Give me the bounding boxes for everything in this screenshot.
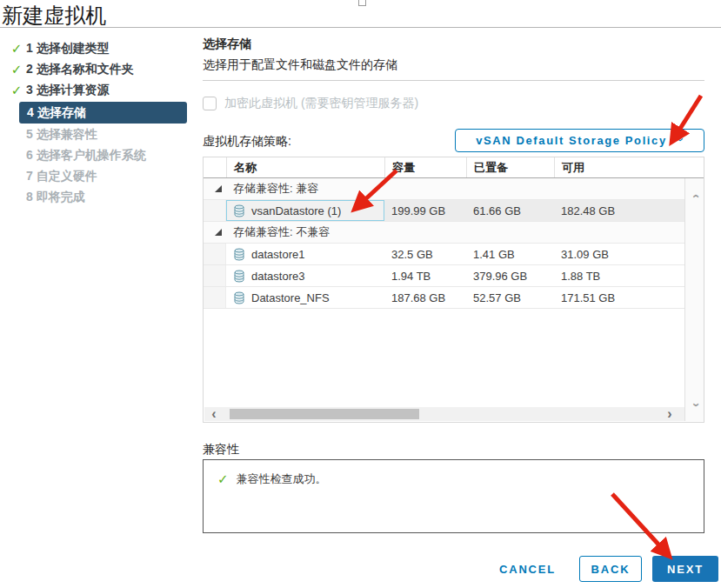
free-cell: 1.88 TB	[554, 265, 684, 286]
group-expand-cell[interactable]	[204, 178, 226, 199]
scroll-up-icon[interactable]: ›	[687, 187, 702, 205]
compatibility-result-box: ✓ 兼容性检查成功。	[203, 459, 704, 533]
wizard-title: 新建虚拟机	[2, 2, 106, 30]
storage-group-row[interactable]: 存储兼容性: 不兼容	[204, 222, 684, 244]
datastore-row[interactable]: vsanDatastore (1)199.99 GB61.66 GB182.48…	[204, 200, 684, 222]
datastore-name: datastore3	[251, 270, 304, 283]
storage-group-row[interactable]: 存储兼容性: 兼容	[204, 178, 684, 200]
storage-table-body: 存储兼容性: 兼容vsanDatastore (1)199.99 GB61.66…	[204, 178, 684, 407]
datastore-icon	[233, 291, 245, 304]
column-header-free[interactable]: 可用	[554, 157, 686, 177]
vertical-scrollbar[interactable]: › ‹	[684, 178, 704, 421]
storage-policy-dropdown[interactable]: vSAN Default Storage Policy ›	[455, 129, 704, 152]
encrypt-vm-option: 加密此虚拟机 (需要密钥管理服务器)	[203, 96, 418, 111]
datastore-icon	[233, 248, 245, 261]
datastore-name: Datastore_NFS	[251, 291, 330, 304]
step-select-guest-os: ✓ 6 选择客户机操作系统	[0, 145, 203, 166]
scroll-down-icon[interactable]: ‹	[687, 396, 702, 414]
window-control-fragment	[358, 0, 366, 6]
step-select-compatibility: ✓ 5 选择兼容性	[0, 124, 203, 145]
free-cell: 182.48 GB	[554, 200, 684, 221]
compatibility-section-label: 兼容性	[203, 442, 239, 458]
datastore-name-cell[interactable]: Datastore_NFS	[226, 287, 384, 308]
pane-heading: 选择存储	[203, 37, 704, 52]
step-select-name-folder[interactable]: ✓ 2 选择名称和文件夹	[0, 59, 203, 80]
step-select-compute-resource[interactable]: ✓ 3 选择计算资源	[0, 80, 203, 101]
group-label: 存储兼容性: 不兼容	[226, 222, 684, 243]
step-ready-to-complete: ✓ 8 即将完成	[0, 187, 203, 208]
capacity-cell: 1.94 TB	[384, 265, 466, 286]
storage-policy-value: vSAN Default Storage Policy	[476, 134, 666, 147]
datastore-name: vsanDatastore (1)	[251, 204, 341, 217]
success-check-icon: ✓	[217, 471, 229, 487]
datastore-name-cell[interactable]: datastore3	[226, 265, 384, 286]
provisioned-cell: 61.66 GB	[466, 200, 554, 221]
scroll-right-icon[interactable]: ›	[660, 407, 679, 421]
column-header-name[interactable]: 名称	[226, 157, 384, 177]
datastore-table: 名称 容量 已置备 可用 存储兼容性: 兼容vsanDatastore (1)1…	[203, 157, 704, 423]
step-label: 8 即将完成	[26, 190, 85, 205]
chevron-down-icon: ›	[675, 137, 688, 142]
capacity-cell: 199.99 GB	[384, 200, 466, 221]
step-select-creation-type[interactable]: ✓ 1 选择创建类型	[0, 38, 203, 59]
arrow-to-policy-dropdown	[678, 96, 701, 131]
step-label: 6 选择客户机操作系统	[26, 148, 146, 164]
step-label: 4 选择存储	[27, 105, 86, 121]
wizard-footer: CANCEL BACK NEXT	[491, 556, 718, 582]
next-button[interactable]: NEXT	[652, 556, 718, 582]
back-button[interactable]: BACK	[579, 556, 642, 582]
title-divider	[0, 27, 721, 28]
free-cell: 31.09 GB	[554, 244, 684, 264]
check-icon: ✓	[7, 41, 26, 57]
expanded-triangle-icon	[215, 229, 222, 236]
select-storage-pane: 选择存储 选择用于配置文件和磁盘文件的存储 加密此虚拟机 (需要密钥管理服务器)…	[203, 37, 704, 52]
capacity-cell: 32.5 GB	[384, 244, 466, 264]
check-icon: ✓	[7, 62, 26, 77]
group-label: 存储兼容性: 兼容	[226, 178, 684, 199]
capacity-cell: 187.68 GB	[384, 287, 466, 308]
row-selector-cell[interactable]	[204, 244, 226, 264]
scroll-left-icon[interactable]: ‹	[204, 407, 224, 421]
step-select-storage[interactable]: 4 选择存储	[19, 102, 187, 124]
datastore-name-cell[interactable]: datastore1	[226, 244, 384, 264]
step-label: 7 自定义硬件	[26, 169, 97, 184]
datastore-name: datastore1	[251, 248, 304, 261]
column-header-capacity[interactable]: 容量	[384, 157, 466, 177]
table-header-row: 名称 容量 已置备 可用	[204, 157, 704, 178]
datastore-icon	[233, 204, 245, 217]
cancel-button[interactable]: CANCEL	[491, 556, 564, 582]
compatibility-message: 兼容性检查成功。	[237, 471, 327, 487]
step-customize-hardware: ✓ 7 自定义硬件	[0, 166, 203, 187]
free-cell: 171.51 GB	[554, 287, 684, 308]
horizontal-scroll-thumb[interactable]	[230, 409, 419, 419]
column-header-provisioned[interactable]: 已置备	[466, 157, 554, 177]
row-selector-cell[interactable]	[204, 287, 226, 308]
step-label: 2 选择名称和文件夹	[26, 62, 134, 77]
check-icon: ✓	[7, 83, 26, 98]
step-label: 5 选择兼容性	[26, 127, 97, 143]
step-label: 1 选择创建类型	[26, 41, 110, 57]
row-selector-cell[interactable]	[204, 265, 226, 286]
datastore-row[interactable]: datastore31.94 TB379.96 GB1.88 TB	[204, 265, 684, 287]
wizard-steps: ✓ 1 选择创建类型 ✓ 2 选择名称和文件夹 ✓ 3 选择计算资源 4 选择存…	[0, 38, 203, 208]
group-expand-cell[interactable]	[204, 222, 226, 243]
encrypt-vm-label: 加密此虚拟机 (需要密钥管理服务器)	[224, 96, 418, 111]
datastore-row[interactable]: datastore132.5 GB1.41 GB31.09 GB	[204, 244, 684, 265]
provisioned-cell: 379.96 GB	[466, 265, 554, 286]
provisioned-cell: 1.41 GB	[466, 244, 554, 264]
datastore-name-cell[interactable]: vsanDatastore (1)	[226, 200, 384, 221]
encrypt-vm-checkbox[interactable]	[203, 97, 217, 110]
step-label: 3 选择计算资源	[26, 83, 110, 98]
storage-policy-label: 虚拟机存储策略:	[203, 134, 291, 150]
horizontal-scrollbar[interactable]: ‹ ›	[204, 407, 684, 421]
datastore-row[interactable]: Datastore_NFS187.68 GB52.57 GB171.51 GB	[204, 287, 684, 309]
row-selector-cell[interactable]	[204, 200, 226, 221]
pane-divider	[203, 80, 704, 81]
expanded-triangle-icon	[215, 185, 222, 192]
provisioned-cell: 52.57 GB	[466, 287, 554, 308]
selector-column-header	[204, 157, 226, 177]
datastore-icon	[233, 270, 245, 283]
pane-subheading: 选择用于配置文件和磁盘文件的存储	[203, 57, 397, 73]
